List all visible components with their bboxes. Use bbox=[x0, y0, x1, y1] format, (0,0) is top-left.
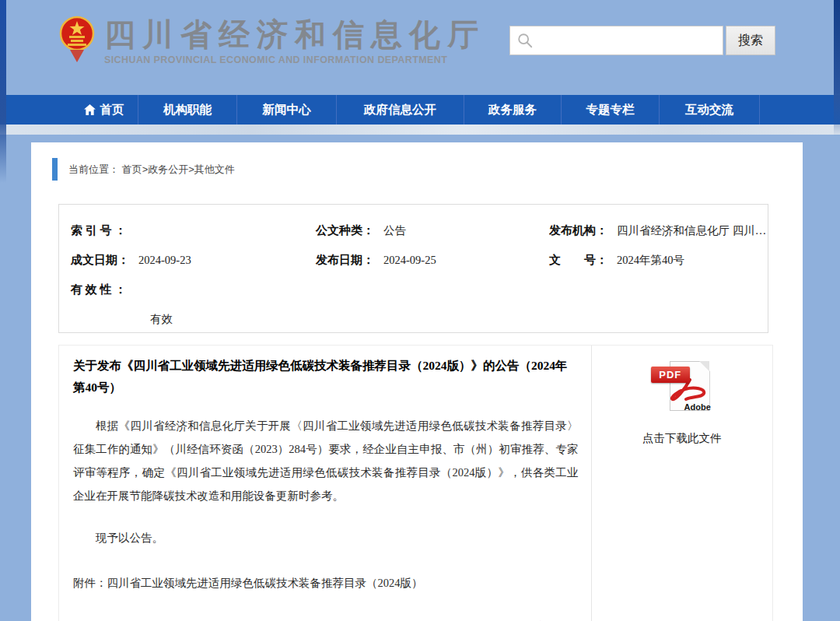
pdf-fold-corner bbox=[699, 361, 709, 371]
download-link[interactable]: 点击下载此文件 bbox=[642, 431, 722, 446]
meta-written-date-value: 2024-09-23 bbox=[138, 254, 191, 266]
meta-index-no: 索 引 号 ： bbox=[71, 223, 316, 238]
nav-item-label: 机构职能 bbox=[163, 102, 212, 118]
main-navigation: 首页 机构职能 新闻中心 政府信息公开 政务服务 专题专栏 互动交流 bbox=[0, 95, 840, 125]
breadcrumb-label: 当前位置： bbox=[68, 163, 119, 175]
nav-item-label: 新闻中心 bbox=[263, 102, 311, 118]
nav-item-label: 专题专栏 bbox=[586, 102, 635, 118]
article-title: 关于发布《四川省工业领域先进适用绿色低碳技术装备推荐目录（2024版）》的公告（… bbox=[73, 355, 579, 398]
meta-doc-type: 公文种类： 公告 bbox=[316, 223, 549, 238]
article-paragraph: 根据《四川省经济和信息化厅关于开展〈四川省工业领域先进适用绿色低碳技术装备推荐目… bbox=[73, 414, 579, 507]
meta-doc-number-value: 2024年第40号 bbox=[617, 254, 684, 266]
meta-validity: 有 效 性 ： bbox=[71, 282, 768, 297]
national-emblem-icon bbox=[59, 14, 95, 64]
meta-agency-value: 四川省经济和信息化厅 四川… bbox=[617, 224, 766, 237]
site-header: 四川省经济和信息化厅 SICHUAN PROVINCIAL ECONOMIC A… bbox=[0, 0, 840, 95]
meta-doc-type-label: 公文种类： bbox=[316, 224, 374, 237]
nav-item-home[interactable]: 首页 bbox=[70, 95, 138, 125]
search-bar: 搜索 bbox=[509, 26, 775, 55]
pdf-file-icon[interactable]: PDF Adobe bbox=[651, 360, 713, 414]
article-body: 关于发布《四川省工业领域先进适用绿色低碳技术装备推荐目录（2024版）》的公告（… bbox=[59, 346, 591, 621]
nav-item-gov-info[interactable]: 政府信息公开 bbox=[337, 95, 464, 125]
meta-doc-number-label: 文 号： bbox=[549, 254, 607, 266]
nav-item-functions[interactable]: 机构职能 bbox=[138, 95, 237, 125]
meta-validity-status: 有效 bbox=[71, 312, 768, 327]
search-input[interactable] bbox=[509, 26, 723, 55]
article-paragraph: 现予以公告。 bbox=[73, 526, 579, 549]
breadcrumb-path[interactable]: 首页>政务公开>其他文件 bbox=[122, 163, 235, 175]
article-signature: 四川省经济和信息化厅 四川省发展和改革委员会 bbox=[73, 615, 579, 621]
site-title: 四川省经济和信息化厅 bbox=[104, 19, 485, 50]
document-meta-box: 索 引 号 ： 公文种类： 公告 发布机构： 四川省经济和信息化厅 四川… 成文… bbox=[58, 204, 768, 333]
adobe-label: Adobe bbox=[684, 402, 711, 412]
nav-item-interaction[interactable]: 互动交流 bbox=[660, 95, 760, 125]
meta-validity-label: 有 效 性 ： bbox=[71, 283, 126, 296]
cloud-divider-decoration bbox=[0, 125, 840, 135]
meta-doc-number: 文 号： 2024年第40号 bbox=[549, 253, 768, 268]
nav-item-news[interactable]: 新闻中心 bbox=[237, 95, 337, 125]
nav-item-services[interactable]: 政务服务 bbox=[464, 95, 562, 125]
nav-item-special-topics[interactable]: 专题专栏 bbox=[562, 95, 660, 125]
meta-written-date-label: 成文日期： bbox=[71, 254, 129, 266]
nav-item-label: 政府信息公开 bbox=[364, 102, 436, 118]
article-section: 关于发布《四川省工业领域先进适用绿色低碳技术装备推荐目录（2024版）》的公告（… bbox=[58, 345, 773, 621]
download-sidebar: PDF Adobe 点击下载此文件 bbox=[591, 346, 772, 621]
meta-written-date: 成文日期： 2024-09-23 bbox=[71, 253, 316, 268]
nav-item-label: 互动交流 bbox=[685, 102, 733, 118]
meta-publish-date-value: 2024-09-25 bbox=[383, 254, 436, 266]
site-subtitle: SICHUAN PROVINCIAL ECONOMIC AND INFORMAT… bbox=[104, 54, 485, 65]
left-edge-decoration bbox=[0, 0, 6, 183]
meta-publish-date-label: 发布日期： bbox=[316, 254, 374, 266]
meta-agency: 发布机构： 四川省经济和信息化厅 四川… bbox=[549, 223, 768, 238]
home-icon bbox=[84, 104, 96, 115]
meta-publish-date: 发布日期： 2024-09-25 bbox=[316, 253, 549, 268]
article-attachment-line[interactable]: 附件：四川省工业领域先进适用绿色低碳技术装备推荐目录（2024版） bbox=[73, 571, 579, 595]
meta-doc-type-value: 公告 bbox=[383, 224, 406, 237]
site-logo-link[interactable]: 四川省经济和信息化厅 SICHUAN PROVINCIAL ECONOMIC A… bbox=[59, 14, 485, 65]
meta-index-label: 索 引 号 ： bbox=[71, 224, 126, 237]
search-button[interactable]: 搜索 bbox=[726, 26, 775, 55]
nav-item-label: 政务服务 bbox=[488, 102, 537, 118]
pdf-badge: PDF bbox=[651, 367, 690, 383]
meta-agency-label: 发布机构： bbox=[549, 224, 607, 237]
breadcrumb-accent-bar bbox=[52, 158, 58, 181]
right-edge-decoration bbox=[834, 0, 840, 136]
content-panel: 当前位置： 首页>政务公开>其他文件 索 引 号 ： 公文种类： 公告 发布机构… bbox=[31, 142, 803, 621]
nav-item-label: 首页 bbox=[100, 102, 124, 118]
breadcrumb: 当前位置： 首页>政务公开>其他文件 bbox=[52, 158, 235, 181]
